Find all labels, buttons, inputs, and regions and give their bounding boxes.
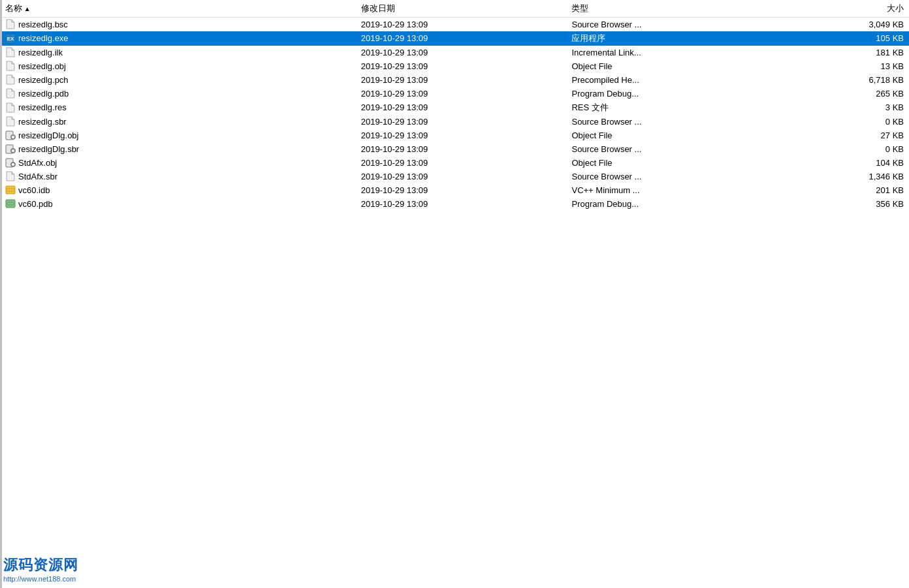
file-type: Program Debug... — [566, 87, 777, 101]
file-name-cell: resizedlg.pch — [0, 73, 356, 87]
col-header-date[interactable]: 修改日期 — [356, 0, 567, 18]
file-size: 181 KB — [777, 46, 909, 59]
file-name-cell: resizedlgDlg.sbr — [0, 142, 356, 156]
file-date: 2019-10-29 13:09 — [356, 115, 567, 129]
file-date: 2019-10-29 13:09 — [356, 59, 567, 73]
file-type: Precompiled He... — [566, 73, 777, 87]
file-name-cell: resizedlg.obj — [0, 59, 356, 73]
file-name-cell: vc60.pdb — [0, 197, 356, 211]
file-name-cell: resizedlg.pdb — [0, 87, 356, 101]
file-name-cell: StdAfx.obj — [0, 156, 356, 170]
file-name-text: resizedlg.obj — [18, 61, 66, 71]
file-icon — [5, 157, 16, 168]
file-date: 2019-10-29 13:09 — [356, 156, 567, 170]
table-row[interactable]: EX resizedlg.exe2019-10-29 13:09应用程序105 … — [0, 31, 909, 46]
file-name-text: resizedlgDlg.obj — [18, 131, 79, 140]
table-row[interactable]: resizedlg.pdb2019-10-29 13:09Program Deb… — [0, 87, 909, 101]
file-type: Source Browser ... — [566, 142, 777, 156]
table-row[interactable]: resizedlg.obj2019-10-29 13:09Object File… — [0, 59, 909, 73]
table-row[interactable]: StdAfx.obj2019-10-29 13:09Object File104… — [0, 156, 909, 170]
file-date: 2019-10-29 13:09 — [356, 31, 567, 46]
svg-rect-14 — [6, 200, 15, 208]
table-row[interactable]: resizedlg.pch2019-10-29 13:09Precompiled… — [0, 73, 909, 87]
file-date: 2019-10-29 13:09 — [356, 183, 567, 197]
file-date: 2019-10-29 13:09 — [356, 129, 567, 142]
file-name-text: resizedlg.pdb — [18, 89, 69, 99]
file-icon: EX — [5, 33, 16, 44]
file-date: 2019-10-29 13:09 — [356, 170, 567, 183]
table-row[interactable]: resizedlg.ilk2019-10-29 13:09Incremental… — [0, 46, 909, 59]
file-type: Object File — [566, 156, 777, 170]
file-size: 6,718 KB — [777, 73, 909, 87]
file-date: 2019-10-29 13:09 — [356, 46, 567, 59]
file-icon — [5, 88, 16, 99]
file-icon — [5, 47, 16, 57]
file-date: 2019-10-29 13:09 — [356, 101, 567, 115]
file-name-cell: EX resizedlg.exe — [0, 31, 356, 46]
file-name-cell: resizedlgDlg.obj — [0, 129, 356, 142]
file-size: 3 KB — [777, 101, 909, 115]
svg-rect-11 — [6, 186, 15, 194]
file-name-cell: resizedlg.bsc — [0, 18, 356, 31]
table-row[interactable]: resizedlgDlg.sbr2019-10-29 13:09Source B… — [0, 142, 909, 156]
watermark-container: 源码资源网 http://www.net188.com — [3, 555, 78, 583]
file-size: 0 KB — [777, 115, 909, 129]
file-type: VC++ Minimum ... — [566, 183, 777, 197]
table-row[interactable]: resizedlgDlg.obj2019-10-29 13:09Object F… — [0, 129, 909, 142]
table-row[interactable]: resizedlg.sbr2019-10-29 13:09Source Brow… — [0, 115, 909, 129]
watermark-url: http://www.net188.com — [3, 575, 78, 583]
file-type: Incremental Link... — [566, 46, 777, 59]
table-row[interactable]: vc60.idb2019-10-29 13:09VC++ Minimum ...… — [0, 183, 909, 197]
file-icon — [5, 171, 16, 181]
file-name-text: resizedlg.exe — [18, 33, 69, 43]
file-name-text: resizedlgDlg.sbr — [18, 144, 79, 154]
file-size: 104 KB — [777, 156, 909, 170]
table-container: 名称 修改日期 类型 大小 resizedlg.bsc2019-10-29 13… — [0, 0, 909, 211]
file-icon — [5, 74, 16, 85]
table-row[interactable]: resizedlg.bsc2019-10-29 13:09Source Brow… — [0, 18, 909, 31]
file-name-text: resizedlg.sbr — [18, 117, 67, 127]
file-icon — [5, 144, 16, 154]
file-name-text: StdAfx.obj — [18, 158, 57, 168]
file-type: Source Browser ... — [566, 18, 777, 31]
file-name-cell: vc60.idb — [0, 183, 356, 197]
file-name-cell: resizedlg.sbr — [0, 115, 356, 129]
svg-point-7 — [12, 149, 14, 152]
file-name-text: resizedlg.bsc — [18, 20, 68, 29]
file-size: 265 KB — [777, 87, 909, 101]
file-icon — [5, 116, 16, 127]
file-table: 名称 修改日期 类型 大小 resizedlg.bsc2019-10-29 13… — [0, 0, 909, 211]
file-icon — [5, 198, 16, 209]
file-name-cell: StdAfx.sbr — [0, 170, 356, 183]
table-row[interactable]: StdAfx.sbr2019-10-29 13:09Source Browser… — [0, 170, 909, 183]
file-name-text: resizedlg.res — [18, 102, 67, 112]
file-icon — [5, 185, 16, 195]
file-icon — [5, 19, 16, 29]
watermark-title: 源码资源网 — [3, 555, 78, 575]
file-name-cell: resizedlg.res — [0, 101, 356, 115]
left-border — [0, 0, 2, 588]
file-type: Object File — [566, 129, 777, 142]
file-type: Source Browser ... — [566, 170, 777, 183]
col-header-size[interactable]: 大小 — [777, 0, 909, 18]
file-size: 0 KB — [777, 142, 909, 156]
table-row[interactable]: resizedlg.res2019-10-29 13:09RES 文件3 KB — [0, 101, 909, 115]
file-size: 105 KB — [777, 31, 909, 46]
file-size: 1,346 KB — [777, 170, 909, 183]
file-size: 3,049 KB — [777, 18, 909, 31]
table-row[interactable]: vc60.pdb2019-10-29 13:09Program Debug...… — [0, 197, 909, 211]
file-size: 356 KB — [777, 197, 909, 211]
col-header-type[interactable]: 类型 — [566, 0, 777, 18]
file-size: 201 KB — [777, 183, 909, 197]
col-header-name[interactable]: 名称 — [0, 0, 356, 18]
file-size: 13 KB — [777, 59, 909, 73]
file-name-text: StdAfx.sbr — [18, 172, 57, 181]
file-date: 2019-10-29 13:09 — [356, 18, 567, 31]
file-icon — [5, 61, 16, 71]
file-name-text: resizedlg.pch — [18, 75, 69, 85]
svg-point-4 — [12, 136, 14, 138]
file-name-text: resizedlg.ilk — [18, 48, 63, 57]
file-type: Object File — [566, 59, 777, 73]
file-date: 2019-10-29 13:09 — [356, 73, 567, 87]
file-size: 27 KB — [777, 129, 909, 142]
